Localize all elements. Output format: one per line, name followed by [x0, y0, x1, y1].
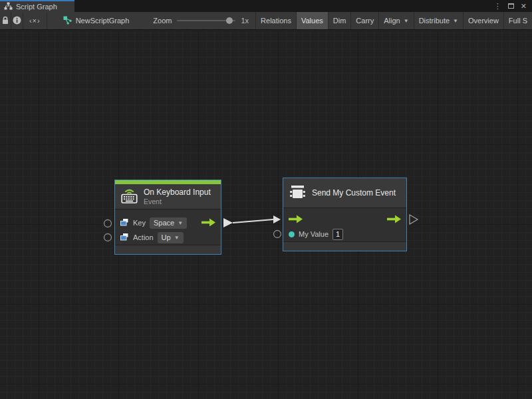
graph-name[interactable]: NewScriptGraph [57, 12, 136, 29]
zoom-label: Zoom [153, 17, 172, 25]
script-graph-icon [4, 2, 13, 11]
chevron-down-icon: ▼ [174, 235, 180, 241]
chevron-down-icon: ▼ [404, 18, 409, 24]
key-port-label: Key [133, 219, 146, 227]
chevron-down-icon: ▼ [453, 18, 458, 24]
overview-button[interactable]: Overview [463, 12, 503, 29]
key-input-port[interactable] [104, 220, 112, 227]
action-port-label: Action [133, 233, 154, 241]
my-value-input-port[interactable] [274, 231, 281, 238]
info-button[interactable] [11, 12, 23, 29]
my-value-label: My Value [299, 230, 329, 238]
node-ports: Key Space ▼ [115, 209, 221, 245]
fullscreen-button[interactable]: Full S [503, 12, 532, 29]
tab-script-graph[interactable]: Script Graph [0, 0, 74, 12]
distribute-dropdown-button[interactable]: Distribute ▼ [414, 12, 463, 29]
my-value-input[interactable]: 1 [332, 229, 343, 240]
lock-icon [1, 16, 9, 26]
relations-button[interactable]: Relations [255, 12, 296, 29]
dim-button[interactable]: Dim [328, 12, 351, 29]
graph-asset-icon [63, 16, 72, 26]
value-type-icon [120, 218, 129, 227]
zoom-slider[interactable] [177, 20, 235, 21]
node-header[interactable]: Send My Custom Event [283, 178, 406, 208]
graph-canvas[interactable]: On Keyboard Input Event Key Space ▼ [0, 30, 532, 399]
action-input-port[interactable] [104, 234, 112, 241]
node-title: On Keyboard Input [144, 188, 211, 197]
chevron-down-icon: ▼ [178, 220, 183, 226]
toolbar-buttons: Relations Values Dim Carry Align ▼ Distr… [255, 12, 532, 29]
node-subtitle: Event [144, 198, 211, 205]
carry-button[interactable]: Carry [350, 12, 378, 29]
code-icon: ‹×› [29, 17, 41, 25]
value-port-dot-icon[interactable] [289, 231, 295, 237]
close-icon[interactable]: ✕ [521, 3, 527, 10]
node-send-my-custom-event[interactable]: Send My Custom Event [283, 178, 407, 251]
zoom-value: 1x [241, 17, 249, 25]
code-view-button[interactable]: ‹×› [23, 12, 47, 29]
wire-arrowhead-icon [273, 215, 281, 223]
maximize-icon[interactable] [508, 3, 514, 9]
connection-layer [0, 30, 532, 399]
info-icon [13, 16, 21, 26]
custom-event-icon [289, 184, 307, 203]
tab-bar: Script Graph ⋮ ✕ [0, 0, 532, 12]
values-button[interactable]: Values [296, 12, 328, 29]
graph-toolbar: ‹×› NewScriptGraph Zoom 1x Relations Val… [0, 12, 532, 30]
value-type-icon [120, 233, 129, 242]
node-footer [283, 241, 406, 251]
trigger-wire[interactable] [233, 219, 273, 223]
key-row: Key Space ▼ [115, 215, 221, 230]
node-title: Send My Custom Event [312, 188, 396, 198]
trigger-out-arrow-icon[interactable] [201, 218, 215, 228]
lock-button[interactable] [0, 12, 11, 29]
node-footer [115, 245, 221, 254]
window-controls: ⋮ ✕ [494, 0, 532, 12]
trigger-out-arrow-icon[interactable] [387, 215, 401, 225]
key-dropdown[interactable]: Space ▼ [150, 217, 187, 229]
graph-name-label: NewScriptGraph [76, 17, 130, 25]
trigger-in-arrow-icon[interactable] [289, 215, 303, 225]
action-dropdown[interactable]: Up ▼ [158, 232, 184, 243]
align-dropdown-button[interactable]: Align ▼ [378, 12, 413, 29]
trigger-out-port[interactable] [223, 218, 233, 227]
custom-event-trigger-out-port[interactable] [410, 215, 418, 224]
node-on-keyboard-input[interactable]: On Keyboard Input Event Key Space ▼ [114, 180, 221, 255]
action-row: Action Up ▼ [115, 230, 221, 245]
zoom-slider-handle[interactable] [226, 17, 233, 24]
node-header[interactable]: On Keyboard Input Event [115, 184, 221, 210]
zoom-control: Zoom 1x [153, 12, 251, 29]
trigger-row [283, 212, 406, 227]
keyboard-icon [120, 187, 138, 207]
tab-title: Script Graph [16, 3, 57, 11]
node-ports: My Value 1 [283, 208, 406, 241]
my-value-row: My Value 1 [283, 227, 406, 241]
window-menu-icon[interactable]: ⋮ [494, 3, 501, 10]
